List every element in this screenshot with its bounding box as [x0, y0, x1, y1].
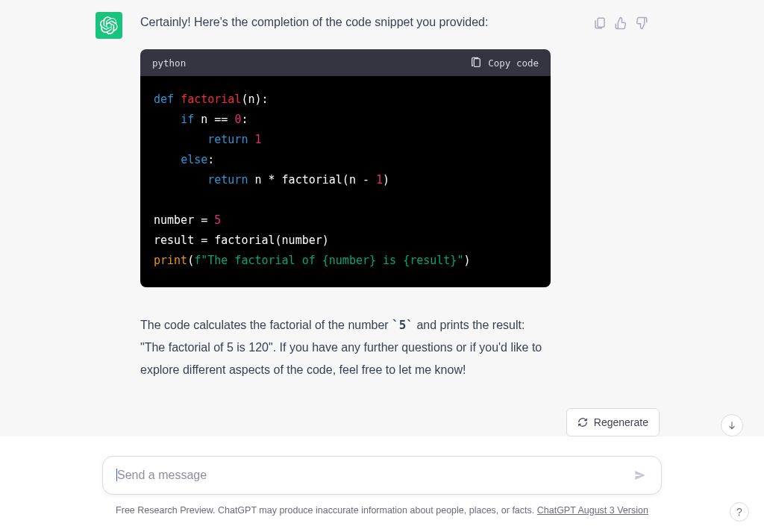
send-icon: [633, 469, 647, 482]
footer-note: Free Research Preview. ChatGPT may produ…: [0, 505, 764, 516]
openai-logo-icon: [100, 16, 118, 34]
message-follow-text: The code calculates the factorial of the…: [140, 314, 543, 381]
svg-rect-1: [598, 18, 604, 27]
thumbs-up-icon[interactable]: [614, 16, 627, 30]
composer[interactable]: [102, 456, 662, 495]
code-body[interactable]: def factorial(n): if n == 0: return 1 el…: [140, 76, 551, 287]
regenerate-button[interactable]: Regenerate: [566, 408, 660, 436]
clipboard-icon: [470, 57, 482, 69]
scroll-to-bottom-button[interactable]: [721, 414, 743, 436]
message-input[interactable]: [117, 469, 624, 482]
code-block: python Copy code def factorial(n): if n …: [140, 49, 551, 287]
regenerate-label: Regenerate: [594, 416, 648, 428]
composer-area: Free Research Preview. ChatGPT may produ…: [0, 436, 764, 532]
follow-inline-code: `5`: [392, 318, 413, 332]
svg-rect-0: [475, 59, 480, 67]
arrow-down-icon: [727, 420, 737, 431]
follow-part1: The code calculates the factorial of the…: [140, 319, 392, 331]
assistant-message: Certainly! Here's the completion of the …: [96, 0, 668, 399]
thumbs-down-icon[interactable]: [635, 16, 648, 30]
code-language-label: python: [152, 57, 186, 69]
version-link[interactable]: ChatGPT August 3 Version: [537, 505, 648, 516]
footer-text: Free Research Preview. ChatGPT may produ…: [116, 505, 537, 516]
copy-code-label: Copy code: [488, 57, 539, 69]
message-actions: [593, 16, 648, 30]
code-header: python Copy code: [140, 49, 551, 76]
regenerate-icon: [577, 417, 588, 428]
copy-icon[interactable]: [593, 16, 607, 30]
send-button[interactable]: [630, 465, 651, 486]
help-label: ?: [736, 506, 742, 518]
chat-area: Certainly! Here's the completion of the …: [0, 0, 764, 436]
help-button[interactable]: ?: [730, 502, 749, 522]
message-body: Certainly! Here's the completion of the …: [140, 12, 668, 381]
assistant-avatar: [96, 12, 122, 39]
message-intro-text: Certainly! Here's the completion of the …: [140, 12, 668, 33]
copy-code-button[interactable]: Copy code: [470, 57, 539, 69]
